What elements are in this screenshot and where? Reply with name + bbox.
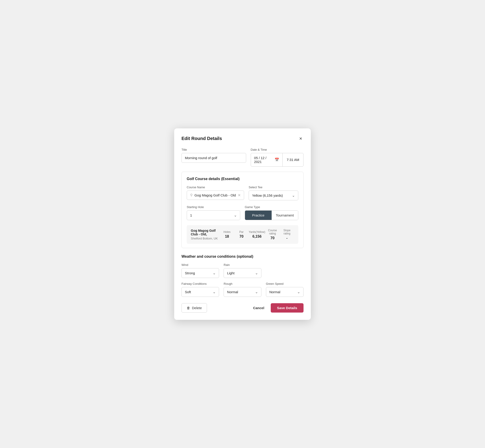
slope-rating-label: Slope rating xyxy=(280,229,294,235)
course-stat-yards: Yards(Yellow) 6,156 xyxy=(249,230,265,239)
fairway-dropdown[interactable]: Soft Normal Hard xyxy=(182,287,219,297)
select-tee-dropdown[interactable]: Yellow (6,156 yards) White (6,500 yards)… xyxy=(249,191,298,200)
time-part[interactable]: 7:31 AM xyxy=(283,153,303,166)
course-name-label: Course Name xyxy=(187,185,244,189)
course-info-location: Shelford Bottom, UK xyxy=(191,237,220,240)
wind-col: Wind None Light Moderate Strong ⌄ xyxy=(181,263,219,278)
starting-hole-label: Starting Hole xyxy=(187,205,240,209)
course-stat-par: Par 70 xyxy=(234,230,249,239)
green-speed-wrap[interactable]: Slow Normal Fast ⌄ xyxy=(266,287,304,297)
tournament-button[interactable]: Tournament xyxy=(272,211,298,220)
hole-gametype-row: Starting Hole 1234 5678 910 ⌄ Game Type … xyxy=(187,205,298,220)
game-type-col: Game Type Practice Tournament xyxy=(245,205,298,220)
holes-label: Holes xyxy=(220,230,234,233)
green-speed-dropdown[interactable]: Slow Normal Fast xyxy=(266,287,303,297)
fairway-rough-green-row: Fairway Conditions Soft Normal Hard ⌄ Ro… xyxy=(181,282,304,297)
modal-footer: 🗑 Delete Cancel Save Details xyxy=(181,303,304,312)
select-tee-label: Select Tee xyxy=(249,185,298,189)
course-name-input-wrap[interactable]: ⚲ ✕ xyxy=(187,191,244,200)
fairway-label: Fairway Conditions xyxy=(181,282,219,286)
datetime-label: Date & Time xyxy=(251,148,304,151)
date-value: 05 / 12 / 2021 xyxy=(254,156,272,164)
par-value: 70 xyxy=(234,234,249,239)
title-input[interactable] xyxy=(181,153,246,163)
course-info-box: Gog Magog Golf Club - Old, Shelford Bott… xyxy=(187,225,298,244)
edit-round-modal: Edit Round Details × Title Date & Time 0… xyxy=(174,128,311,320)
title-label: Title xyxy=(181,148,246,151)
course-rating-label: Course rating xyxy=(265,229,280,235)
course-name-col: Course Name ⚲ ✕ xyxy=(187,185,244,200)
starting-hole-wrap[interactable]: 1234 5678 910 ⌄ xyxy=(187,210,240,220)
search-icon: ⚲ xyxy=(190,193,193,197)
time-value: 7:31 AM xyxy=(287,158,299,162)
rain-col: Rain None Light Moderate Heavy ⌄ xyxy=(224,263,261,278)
footer-right: Cancel Save Details xyxy=(251,303,304,312)
select-tee-col: Select Tee Yellow (6,156 yards) White (6… xyxy=(249,185,298,200)
select-tee-wrap[interactable]: Yellow (6,156 yards) White (6,500 yards)… xyxy=(249,191,298,200)
save-button[interactable]: Save Details xyxy=(271,303,304,312)
delete-button[interactable]: 🗑 Delete xyxy=(181,303,207,312)
yards-label: Yards(Yellow) xyxy=(249,230,265,233)
rain-label: Rain xyxy=(224,263,261,267)
wind-rain-row: Wind None Light Moderate Strong ⌄ Rain N… xyxy=(181,263,304,278)
title-datetime-row: Title Date & Time 05 / 12 / 2021 📅 7:31 … xyxy=(181,148,304,167)
golf-course-section: Golf Course details (Essential) Course N… xyxy=(181,172,304,248)
fairway-col: Fairway Conditions Soft Normal Hard ⌄ xyxy=(181,282,219,297)
wind-wrap[interactable]: None Light Moderate Strong ⌄ xyxy=(181,268,219,278)
modal-title: Edit Round Details xyxy=(181,136,222,141)
game-type-label: Game Type xyxy=(245,205,298,209)
modal-header: Edit Round Details × xyxy=(181,136,304,142)
wind-label: Wind xyxy=(181,263,219,267)
trash-icon: 🗑 xyxy=(187,306,190,310)
slope-rating-value: - xyxy=(280,236,294,240)
cancel-button[interactable]: Cancel xyxy=(251,304,267,312)
rain-dropdown[interactable]: None Light Moderate Heavy xyxy=(224,268,261,278)
rough-wrap[interactable]: Soft Normal Hard ⌄ xyxy=(224,287,261,297)
rough-dropdown[interactable]: Soft Normal Hard xyxy=(224,287,261,297)
golf-section-title: Golf Course details (Essential) xyxy=(187,177,298,181)
course-stat-course-rating: Course rating 70 xyxy=(265,229,280,240)
course-rating-value: 70 xyxy=(265,236,280,240)
green-speed-col: Green Speed Slow Normal Fast ⌄ xyxy=(266,282,304,297)
title-field-col: Title xyxy=(181,148,246,167)
date-time-group: 05 / 12 / 2021 📅 7:31 AM xyxy=(251,153,304,167)
starting-hole-col: Starting Hole 1234 5678 910 ⌄ xyxy=(187,205,240,220)
datetime-field-col: Date & Time 05 / 12 / 2021 📅 7:31 AM xyxy=(251,148,304,167)
calendar-icon: 📅 xyxy=(275,158,279,162)
close-button[interactable]: × xyxy=(298,136,304,142)
course-stat-slope-rating: Slope rating - xyxy=(280,229,294,240)
course-tee-row: Course Name ⚲ ✕ Select Tee Yellow (6,156… xyxy=(187,185,298,200)
weather-section: Weather and course conditions (optional)… xyxy=(181,255,304,297)
green-speed-label: Green Speed xyxy=(266,282,304,286)
clear-icon[interactable]: ✕ xyxy=(238,193,241,197)
course-stat-holes: Holes 18 xyxy=(220,230,234,239)
rough-label: Rough xyxy=(224,282,261,286)
weather-section-title: Weather and course conditions (optional) xyxy=(181,255,304,259)
rough-col: Rough Soft Normal Hard ⌄ xyxy=(224,282,261,297)
par-label: Par xyxy=(234,230,249,233)
wind-dropdown[interactable]: None Light Moderate Strong xyxy=(182,268,219,278)
course-info-name: Gog Magog Golf Club - Old, Shelford Bott… xyxy=(191,229,220,240)
delete-label: Delete xyxy=(192,306,202,310)
starting-hole-dropdown[interactable]: 1234 5678 910 xyxy=(187,211,240,220)
course-name-input[interactable] xyxy=(194,193,238,197)
date-part[interactable]: 05 / 12 / 2021 📅 xyxy=(251,153,283,166)
course-info-name-text: Gog Magog Golf Club - Old, xyxy=(191,229,220,236)
game-type-group: Practice Tournament xyxy=(245,210,298,220)
rain-wrap[interactable]: None Light Moderate Heavy ⌄ xyxy=(224,268,261,278)
holes-value: 18 xyxy=(220,234,234,239)
fairway-wrap[interactable]: Soft Normal Hard ⌄ xyxy=(181,287,219,297)
practice-button[interactable]: Practice xyxy=(245,211,272,220)
yards-value: 6,156 xyxy=(249,234,265,239)
